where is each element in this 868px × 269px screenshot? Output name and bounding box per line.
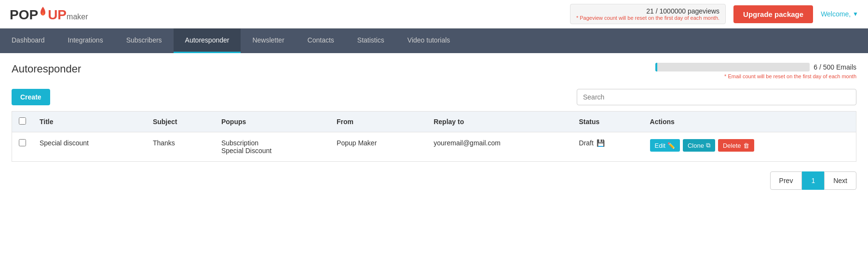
toolbar: Create [12, 89, 856, 105]
quota-note: * Email count will be reset on the first… [655, 73, 856, 79]
col-status: Status [572, 112, 643, 132]
col-subject: Subject [146, 112, 215, 132]
logo: POPUPmaker [10, 7, 88, 22]
quota-text: 6 / 500 Emails [814, 63, 856, 71]
logo-up: UP [48, 7, 67, 22]
col-actions: Actions [643, 112, 856, 132]
row-select-checkbox[interactable] [19, 139, 26, 146]
quota-bar-fill [655, 63, 657, 71]
row-subject: Thanks [146, 132, 215, 162]
edit-icon: ✏️ [667, 142, 675, 149]
nav-bar: Dashboard Integrations Subscribers Autor… [0, 28, 868, 53]
col-from: From [330, 112, 427, 132]
row-title: Special discount [33, 132, 146, 162]
table-row: Special discount Thanks SubscriptionSpec… [12, 132, 856, 162]
col-replay-to: Replay to [427, 112, 572, 132]
pageview-note: * Pageview count will be reset on the fi… [576, 15, 719, 21]
row-from: Popup Maker [330, 132, 427, 162]
page-title: Autoresponder [12, 63, 81, 75]
chevron-down-icon: ▼ [853, 11, 858, 17]
status-badge: Draft 💾 [579, 139, 605, 147]
header-checkbox [12, 112, 33, 132]
page-header: Autoresponder 6 / 500 Emails * Email cou… [12, 63, 856, 79]
prev-button[interactable]: Prev [770, 171, 802, 190]
welcome-area[interactable]: Welcome, ▼ [821, 10, 858, 18]
nav-dashboard[interactable]: Dashboard [0, 28, 56, 53]
page-content: Autoresponder 6 / 500 Emails * Email cou… [0, 53, 868, 199]
top-bar: POPUPmaker 21 / 1000000 pageviews * Page… [0, 0, 868, 28]
welcome-label: Welcome, [821, 10, 851, 18]
nav-video-tutorials[interactable]: Video tutorials [396, 28, 461, 53]
edit-button[interactable]: Edit ✏️ [650, 139, 680, 152]
col-title: Title [33, 112, 146, 132]
nav-autoresponder[interactable]: Autoresponder [174, 28, 241, 53]
col-popups: Popups [215, 112, 330, 132]
logo-pop: POP [10, 7, 38, 22]
email-quota: 6 / 500 Emails * Email count will be res… [655, 63, 856, 79]
pagination: Prev 1 Next [12, 171, 856, 190]
quota-bar-container [655, 63, 810, 71]
nav-contacts[interactable]: Contacts [296, 28, 346, 53]
action-buttons: Edit ✏️ Clone ⧉ Delete 🗑 [650, 139, 849, 152]
nav-integrations[interactable]: Integrations [56, 28, 115, 53]
nav-statistics[interactable]: Statistics [346, 28, 396, 53]
pageview-count: 21 / 1000000 pageviews [576, 7, 719, 15]
page-1-button[interactable]: 1 [802, 171, 824, 190]
nav-subscribers[interactable]: Subscribers [115, 28, 174, 53]
row-checkbox [12, 132, 33, 162]
upgrade-button[interactable]: Upgrade package [733, 5, 813, 23]
select-all-checkbox[interactable] [19, 117, 26, 125]
delete-button[interactable]: Delete 🗑 [718, 139, 754, 152]
create-button[interactable]: Create [12, 89, 50, 105]
next-button[interactable]: Next [824, 171, 856, 190]
table-header-row: Title Subject Popups From Replay to Stat… [12, 112, 856, 132]
search-input[interactable] [577, 89, 856, 105]
nav-newsletter[interactable]: Newsletter [241, 28, 296, 53]
autoresponder-table: Title Subject Popups From Replay to Stat… [12, 111, 856, 162]
row-actions: Edit ✏️ Clone ⧉ Delete 🗑 [643, 132, 856, 162]
flame-icon [39, 7, 47, 19]
row-replay-to: youremail@gmail.com [427, 132, 572, 162]
save-icon: 💾 [597, 139, 605, 147]
quota-bar-row: 6 / 500 Emails [655, 63, 856, 71]
clone-icon: ⧉ [706, 142, 710, 149]
logo-maker: maker [67, 13, 88, 21]
trash-icon: 🗑 [743, 142, 749, 149]
clone-button[interactable]: Clone ⧉ [683, 139, 715, 152]
row-status: Draft 💾 [572, 132, 643, 162]
top-bar-right: 21 / 1000000 pageviews * Pageview count … [570, 4, 858, 24]
pageview-info: 21 / 1000000 pageviews * Pageview count … [570, 4, 726, 24]
row-popups: SubscriptionSpecial Discount [215, 132, 330, 162]
